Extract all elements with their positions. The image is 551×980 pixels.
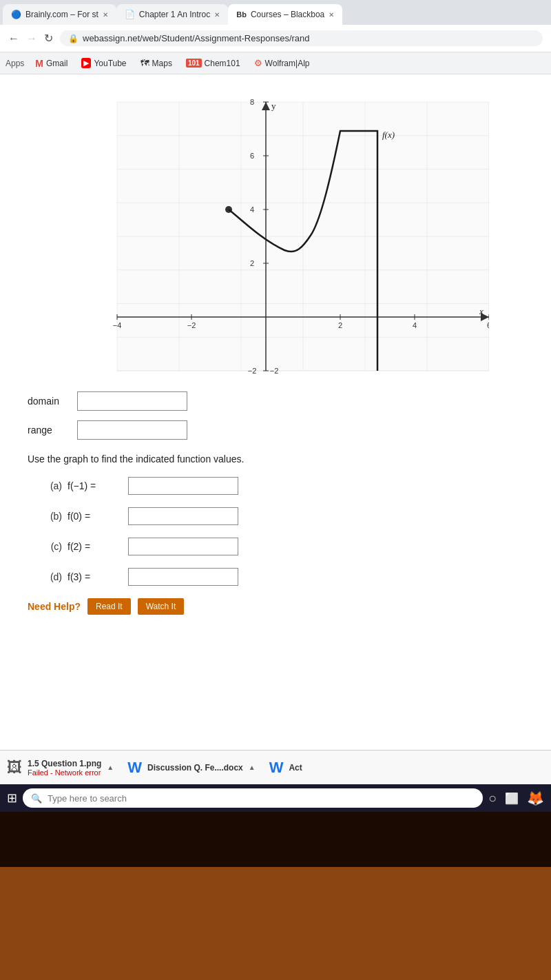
form-area: domain range Use the graph to find the i… (14, 391, 537, 615)
tab-favicon-blackboard: Bb (236, 10, 247, 19)
svg-text:8: 8 (250, 98, 254, 106)
desk-surface (0, 867, 551, 980)
domain-range-section: domain range (28, 391, 523, 440)
graph-container: y x 8 6 4 2 −2 (14, 81, 537, 378)
download-icon-2: W (127, 759, 142, 777)
tab-chapter[interactable]: 📄 Chapter 1 An Introc ✕ (116, 4, 228, 25)
svg-text:−2: −2 (270, 367, 279, 375)
fq-input-b[interactable] (128, 507, 238, 525)
fq-letter-b: (b) (41, 511, 62, 522)
instructions-text: Use the graph to find the indicated func… (28, 453, 523, 465)
fq-input-c[interactable] (128, 538, 238, 555)
download-info-3: Act (289, 763, 302, 773)
svg-text:−2: −2 (187, 321, 196, 329)
range-label: range (28, 425, 69, 436)
tab-bar: 🔵 Brainly.com – For st ✕ 📄 Chapter 1 An … (0, 0, 551, 25)
svg-text:4: 4 (250, 205, 254, 214)
bookmark-maps[interactable]: 🗺 Maps (135, 56, 178, 70)
bookmark-wolfram[interactable]: ⚙ Wolfram|Alp (249, 56, 315, 70)
taskbar: ⊞ 🔍 ○ ⬜ 🦊 (0, 784, 551, 812)
tab-blackboard[interactable]: Bb Courses – Blackboa ✕ (228, 4, 342, 25)
bookmark-wolfram-label: Wolfram|Alp (265, 59, 310, 68)
page-content: y x 8 6 4 2 −2 (0, 74, 551, 750)
fq-input-a[interactable] (128, 477, 238, 495)
back-button[interactable]: ← (8, 32, 19, 45)
chem101-icon: 101 (186, 59, 202, 68)
fq-label-c: f(2) = (67, 541, 123, 552)
wolfram-icon: ⚙ (254, 58, 262, 68)
bookmark-maps-label: Maps (152, 59, 172, 68)
apps-label: Apps (6, 59, 24, 68)
range-row: range (28, 420, 523, 440)
address-bar: ← → ↻ 🔒 webassign.net/web/Student/Assign… (0, 25, 551, 52)
fq-input-d[interactable] (128, 568, 238, 586)
fq-row-c: (c) f(2) = (41, 538, 523, 555)
fq-row-b: (b) f(0) = (41, 507, 523, 525)
maps-icon: 🗺 (141, 58, 149, 68)
svg-text:−4: −4 (113, 321, 122, 329)
downloads-bar: 🖼 1.5 Question 1.png Failed - Network er… (0, 750, 551, 784)
domain-label: domain (28, 396, 69, 407)
tab-close-blackboard[interactable]: ✕ (329, 11, 334, 19)
svg-text:2: 2 (250, 259, 254, 267)
bookmarks-bar: Apps M Gmail ▶ YouTube 🗺 Maps 101 Chem10… (0, 52, 551, 74)
start-button[interactable]: ⊞ (7, 790, 17, 806)
tab-label-blackboard: Courses – Blackboa (251, 10, 324, 19)
download-info-2: Discussion Q. Fe....docx (147, 763, 243, 773)
svg-text:4: 4 (413, 321, 417, 329)
taskbar-firefox-icon[interactable]: 🦊 (527, 790, 544, 806)
dark-background (0, 812, 551, 867)
download-name-3: Act (289, 763, 302, 773)
download-name-1: 1.5 Question 1.png (28, 759, 101, 768)
tab-close-brainly[interactable]: ✕ (103, 11, 108, 19)
fq-label-b: f(0) = (67, 511, 123, 522)
need-help-text: Need Help? (28, 601, 81, 612)
tab-label-chapter: Chapter 1 An Introc (139, 10, 210, 19)
download-info-1: 1.5 Question 1.png Failed - Network erro… (28, 759, 101, 777)
download-chevron-1[interactable]: ▲ (107, 764, 114, 771)
read-it-button[interactable]: Read It (87, 598, 131, 615)
taskbar-search-circle[interactable]: ○ (488, 790, 497, 806)
need-help-section: Need Help? Read It Watch It (28, 598, 523, 615)
svg-text:6: 6 (487, 321, 489, 329)
lock-icon: 🔒 (68, 34, 79, 43)
url-box[interactable]: 🔒 webassign.net/web/Student/Assignment-R… (60, 30, 543, 46)
browser-window: 🔵 Brainly.com – For st ✕ 📄 Chapter 1 An … (0, 0, 551, 812)
download-item-3[interactable]: W Act (269, 759, 302, 777)
taskbar-search-box[interactable]: 🔍 (23, 788, 483, 808)
youtube-icon: ▶ (81, 58, 91, 68)
fq-label-d: f(3) = (67, 571, 123, 582)
bookmark-youtube[interactable]: ▶ YouTube (76, 56, 132, 70)
function-graph: y x 8 6 4 2 −2 (62, 81, 489, 378)
tab-favicon-chapter: 📄 (125, 10, 135, 19)
gmail-icon: M (35, 58, 43, 69)
download-status-1: Failed - Network error (28, 768, 101, 777)
fq-label-a: f(−1) = (67, 480, 123, 491)
bookmark-youtube-label: YouTube (94, 59, 126, 68)
bookmark-chem101[interactable]: 101 Chem101 (180, 57, 246, 70)
download-item-2[interactable]: W Discussion Q. Fe....docx ▲ (127, 759, 255, 777)
range-input[interactable] (77, 420, 187, 440)
bookmark-gmail-label: Gmail (46, 59, 67, 68)
bookmark-gmail[interactable]: M Gmail (30, 56, 73, 71)
forward-button[interactable]: → (26, 32, 37, 45)
watch-it-button[interactable]: Watch It (138, 598, 185, 615)
svg-text:6: 6 (250, 152, 254, 160)
tab-close-chapter[interactable]: ✕ (214, 11, 220, 19)
refresh-button[interactable]: ↻ (44, 32, 53, 45)
download-item-1[interactable]: 🖼 1.5 Question 1.png Failed - Network er… (7, 759, 114, 777)
tab-brainly[interactable]: 🔵 Brainly.com – For st ✕ (3, 4, 116, 25)
fq-row-a: (a) f(−1) = (41, 477, 523, 495)
svg-text:−2: −2 (248, 367, 257, 375)
taskbar-search-input[interactable] (48, 793, 171, 804)
fq-letter-a: (a) (41, 480, 62, 491)
fq-letter-c: (c) (41, 541, 62, 552)
taskbar-right: ○ ⬜ 🦊 (488, 790, 544, 806)
domain-input[interactable] (77, 391, 187, 411)
download-chevron-2[interactable]: ▲ (249, 764, 256, 771)
taskbar-desktop-icon[interactable]: ⬜ (505, 792, 519, 805)
search-icon: 🔍 (31, 793, 42, 804)
svg-text:2: 2 (338, 321, 342, 329)
svg-text:y: y (271, 101, 276, 111)
function-questions: (a) f(−1) = (b) f(0) = (c) f(2) = (d) f(… (41, 477, 523, 586)
